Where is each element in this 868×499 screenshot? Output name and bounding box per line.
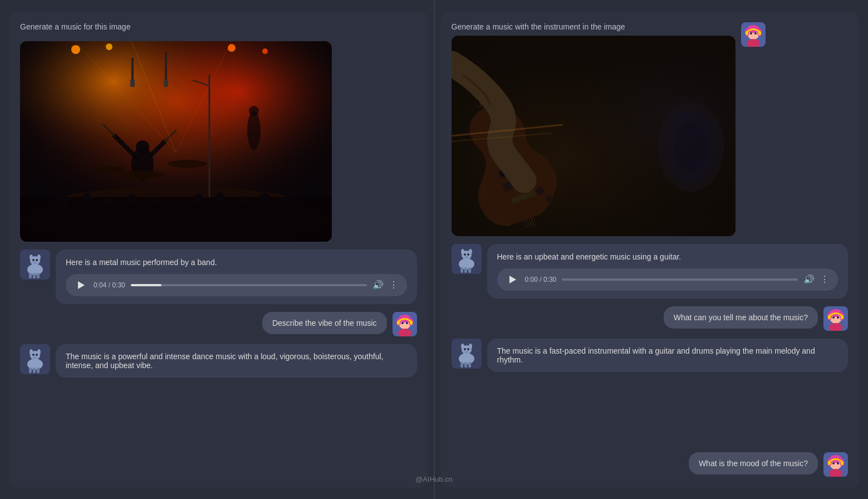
svg-rect-72: [33, 368, 36, 373]
svg-point-11: [120, 170, 165, 179]
svg-rect-112: [758, 31, 761, 35]
svg-point-153: [832, 462, 835, 464]
svg-point-36: [216, 192, 225, 201]
right-volume-icon[interactable]: 🔊: [803, 274, 815, 285]
svg-point-24: [106, 43, 112, 50]
left-progress-fill: [131, 284, 161, 286]
svg-rect-51: [37, 273, 40, 278]
svg-rect-111: [746, 31, 748, 35]
left-user-followup-bubble: Describe the vibe of the music: [262, 312, 387, 334]
svg-point-140: [461, 344, 464, 349]
svg-rect-124: [464, 267, 467, 273]
right-chat-area: Generate a music with the instrument in …: [440, 11, 860, 488]
right-user-prompt-label: Generate a music with the instrument in …: [452, 22, 735, 31]
svg-rect-146: [464, 362, 467, 368]
right-user-followup-row: What can you tell me about the music?: [452, 306, 849, 331]
left-ai-followup-message: The music is a powerful and intense danc…: [20, 344, 417, 378]
svg-rect-147: [468, 362, 471, 368]
left-user-followup-text: Describe the vibe of the music: [272, 319, 377, 327]
left-play-icon: [78, 281, 85, 289]
svg-point-70: [33, 356, 37, 359]
svg-rect-133: [828, 315, 831, 319]
svg-point-32: [104, 197, 114, 207]
svg-point-26: [262, 48, 268, 54]
left-panel: Generate a music for this image: [0, 0, 434, 499]
svg-point-28: [249, 106, 259, 116]
svg-rect-50: [33, 273, 36, 278]
svg-point-109: [750, 32, 752, 35]
svg-point-30: [60, 195, 69, 204]
left-user-followup-row: Describe the vibe of the music: [20, 312, 417, 336]
left-user-image-message: Generate a music for this image: [20, 22, 417, 242]
left-ai-audio-message: Here is a metal music performed by a ban…: [20, 250, 417, 304]
svg-point-6: [136, 140, 149, 154]
svg-point-132: [837, 316, 839, 319]
svg-point-142: [464, 348, 466, 350]
svg-rect-17: [130, 79, 135, 87]
svg-point-33: [127, 194, 136, 203]
svg-rect-60: [410, 321, 413, 325]
right-llama-avatar: [452, 244, 482, 274]
left-play-button[interactable]: [75, 278, 88, 292]
svg-rect-19: [164, 79, 168, 87]
svg-rect-29: [20, 197, 332, 242]
right-ai-followup-bubble: The music is a fast-paced instrumental w…: [487, 339, 849, 372]
svg-point-67: [37, 349, 41, 355]
left-user-prompt-label: Generate a music for this image: [20, 22, 130, 31]
svg-rect-18: [165, 52, 167, 80]
left-chat-area: Generate a music for this image: [9, 11, 428, 488]
right-ai-audio-message: Here is an upbeat and energetic music us…: [452, 244, 849, 299]
right-progress-bar[interactable]: [562, 278, 798, 281]
left-ai-followup-bubble: The music is a powerful and intense danc…: [56, 344, 417, 378]
left-llama-avatar: [20, 250, 50, 280]
right-user-avatar-image: [741, 22, 766, 49]
svg-point-12: [168, 160, 207, 168]
left-time-display: 0:04 / 0:30: [94, 281, 125, 289]
svg-point-38: [260, 193, 270, 203]
right-user-followup-bubble: What can you tell me about the music?: [664, 306, 818, 329]
svg-point-101: [674, 122, 708, 172]
svg-point-37: [239, 196, 247, 204]
svg-point-35: [193, 194, 203, 204]
right-time-display: 0:00 / 0:30: [525, 276, 557, 283]
left-user-avatar: [393, 312, 417, 336]
right-user-avatar-last: [823, 452, 848, 477]
svg-point-154: [837, 462, 839, 464]
svg-point-31: [83, 193, 91, 201]
svg-point-122: [464, 256, 469, 258]
right-more-icon[interactable]: ⋮: [820, 274, 829, 285]
right-panel: Generate a music with the instrument in …: [435, 0, 869, 499]
svg-rect-145: [460, 362, 463, 368]
svg-point-34: [150, 197, 158, 204]
svg-point-45: [37, 255, 41, 260]
svg-rect-59: [397, 321, 400, 325]
right-ai-audio-bubble: Here is an upbeat and energetic music us…: [487, 244, 849, 299]
svg-point-25: [228, 44, 236, 52]
svg-point-39: [283, 195, 292, 204]
right-ai-followup-text: The music is a fast-paced instrumental w…: [497, 346, 815, 364]
right-audio-player[interactable]: 0:00 / 0:30 🔊 ⋮: [497, 268, 838, 291]
left-audio-player[interactable]: 0:04 / 0:30 🔊 ⋮: [66, 274, 407, 296]
svg-point-47: [36, 259, 38, 261]
svg-point-120: [464, 253, 466, 256]
left-more-icon[interactable]: ⋮: [389, 280, 398, 290]
svg-point-131: [832, 316, 835, 319]
svg-rect-123: [460, 267, 463, 273]
svg-point-13: [92, 166, 126, 173]
right-play-button[interactable]: [506, 273, 519, 286]
left-ai-text: Here is a metal music performed by a ban…: [66, 257, 407, 268]
left-volume-icon[interactable]: 🔊: [372, 280, 384, 290]
right-user-last-row: What is the mood of the music?: [452, 452, 849, 477]
svg-rect-73: [37, 368, 40, 373]
svg-point-27: [247, 111, 261, 150]
concert-image: [20, 41, 332, 242]
svg-point-119: [469, 249, 472, 255]
svg-point-141: [469, 344, 472, 349]
guitar-image: [452, 36, 735, 236]
svg-point-110: [754, 32, 757, 35]
svg-point-44: [30, 255, 33, 260]
left-progress-bar[interactable]: [131, 284, 367, 286]
svg-rect-125: [468, 267, 471, 273]
svg-point-58: [406, 322, 408, 324]
right-user-last-bubble: What is the mood of the music?: [689, 452, 818, 474]
